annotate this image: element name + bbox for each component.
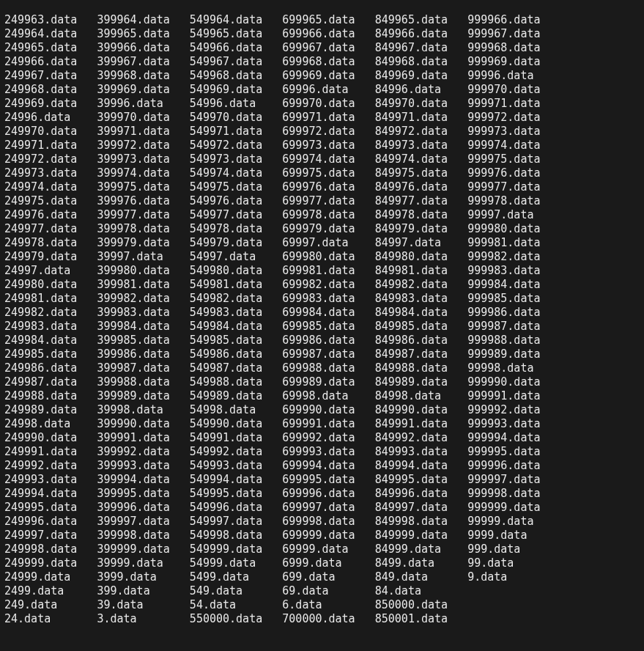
- terminal-output[interactable]: 249963.data 399964.data 549964.data 6999…: [0, 11, 644, 626]
